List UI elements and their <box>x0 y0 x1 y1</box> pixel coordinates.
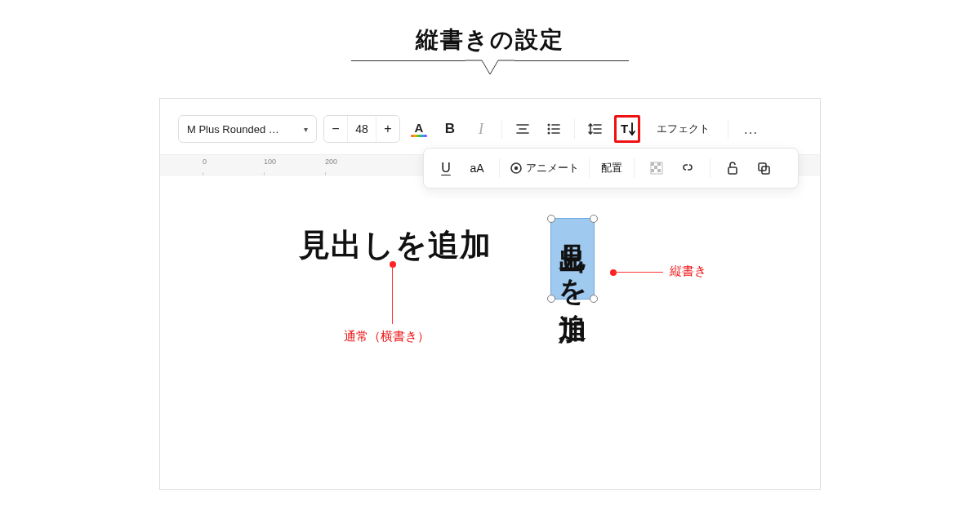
resize-handle[interactable] <box>547 215 555 223</box>
resize-handle[interactable] <box>590 215 598 223</box>
svg-rect-18 <box>657 162 661 166</box>
underline-button[interactable]: U <box>434 154 458 182</box>
letter-case-button[interactable]: aA <box>465 154 489 182</box>
font-name-label: M Plus Rounded … <box>187 123 299 135</box>
annotation-dot <box>390 261 396 268</box>
line-spacing-icon <box>588 122 603 136</box>
align-center-icon <box>515 122 530 136</box>
annotation-line <box>392 265 393 324</box>
font-size-stepper: − 48 + <box>323 115 400 143</box>
color-rainbow-icon <box>411 135 427 137</box>
lock-button[interactable] <box>720 154 745 182</box>
more-button[interactable]: … <box>737 115 766 143</box>
svg-point-3 <box>548 124 550 127</box>
animate-icon <box>510 162 523 175</box>
horizontal-text-element[interactable]: 見出しを追加 <box>299 224 492 266</box>
text-color-button[interactable]: A <box>407 115 431 143</box>
svg-rect-20 <box>651 169 654 172</box>
transparency-button[interactable] <box>644 154 669 182</box>
separator <box>574 119 575 139</box>
canvas[interactable]: 見出しを追加 見出しを追加 通常（横書き） 縦書き <box>160 175 820 489</box>
animate-button[interactable]: アニメート <box>510 154 579 182</box>
annotation-dot <box>610 269 617 276</box>
italic-button[interactable]: I <box>469 115 493 143</box>
font-size-increase-button[interactable]: + <box>376 116 399 142</box>
ruler-tick: 200 <box>325 158 337 166</box>
annotation-vertical: 縦書き <box>670 264 706 279</box>
vertical-text-element[interactable]: 見出しを追加 <box>550 218 595 300</box>
text-toolbar: M Plus Rounded … ▾ − 48 + A B I T <box>178 115 766 143</box>
svg-rect-21 <box>657 169 661 172</box>
align-button[interactable] <box>510 115 535 143</box>
svg-point-4 <box>548 128 550 131</box>
vertical-text-button[interactable]: T <box>614 115 640 143</box>
vertical-text-icon: T <box>618 120 636 138</box>
bullet-list-icon <box>546 122 561 136</box>
annotation-horizontal: 通常（横書き） <box>344 329 430 344</box>
font-size-value[interactable]: 48 <box>347 116 376 142</box>
separator <box>589 158 590 178</box>
page-title: 縦書きの設定 <box>0 24 980 55</box>
ruler-tick: 100 <box>264 158 276 166</box>
lock-open-icon <box>726 161 739 175</box>
svg-point-15 <box>514 166 518 170</box>
font-size-decrease-button[interactable]: − <box>324 116 347 142</box>
font-family-select[interactable]: M Plus Rounded … ▾ <box>178 115 317 143</box>
editor-window: M Plus Rounded … ▾ − 48 + A B I T <box>159 98 821 490</box>
effects-button[interactable]: エフェクト <box>647 115 719 143</box>
link-icon <box>680 161 695 175</box>
ruler-tick: 0 <box>203 158 207 166</box>
resize-handle[interactable] <box>590 295 598 303</box>
list-button[interactable] <box>541 115 566 143</box>
separator <box>728 119 728 139</box>
separator <box>499 158 500 178</box>
svg-text:T: T <box>621 122 628 135</box>
position-button[interactable]: 配置 <box>599 154 624 182</box>
vertical-text-content: 見出しを追加 <box>557 222 587 295</box>
annotation-line <box>614 272 663 273</box>
line-spacing-button[interactable] <box>583 115 608 143</box>
title-underline <box>351 60 629 80</box>
chevron-down-icon: ▾ <box>304 125 308 134</box>
svg-rect-19 <box>654 166 657 169</box>
separator <box>501 119 502 139</box>
transparency-icon <box>649 161 664 175</box>
copy-icon <box>756 161 771 175</box>
svg-rect-22 <box>728 167 737 174</box>
bold-button[interactable]: B <box>438 115 462 143</box>
link-button[interactable] <box>675 154 700 182</box>
separator <box>634 158 635 178</box>
svg-point-5 <box>548 132 550 135</box>
svg-rect-17 <box>651 162 654 166</box>
duplicate-button[interactable] <box>751 154 776 182</box>
toolbar-overflow-panel: U aA アニメート 配置 <box>423 148 799 189</box>
resize-handle[interactable] <box>547 295 555 303</box>
separator <box>710 158 710 178</box>
